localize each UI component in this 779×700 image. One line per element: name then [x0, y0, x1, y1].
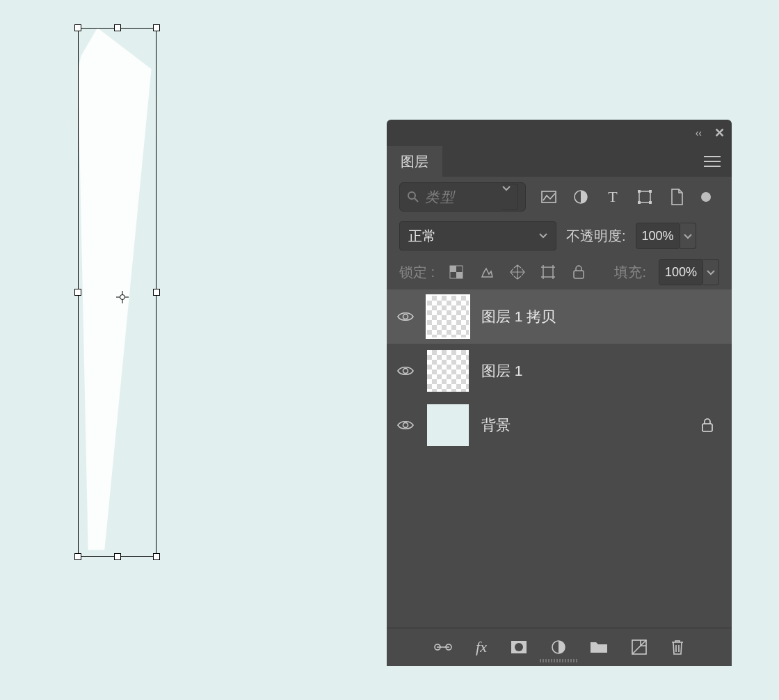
lock-all-icon[interactable]: [570, 263, 588, 281]
visibility-toggle[interactable]: [396, 362, 415, 380]
svg-point-21: [403, 369, 408, 374]
transform-bounding-box[interactable]: [78, 28, 156, 557]
layer-lock-icon[interactable]: [701, 418, 714, 432]
layer-filter-type-select[interactable]: 类型: [399, 182, 526, 212]
lock-image-icon[interactable]: [478, 263, 496, 281]
adjustment-layer-button[interactable]: [551, 639, 566, 655]
lock-artboard-icon[interactable]: [539, 263, 557, 281]
filter-shape-icon[interactable]: [636, 188, 654, 206]
svg-point-6: [408, 192, 415, 199]
trash-icon: [670, 639, 684, 655]
handle-middle-left[interactable]: [74, 289, 81, 296]
svg-point-1: [120, 295, 125, 300]
panel-resize-grip[interactable]: [540, 659, 579, 662]
chevron-down-icon: [707, 269, 715, 277]
svg-rect-16: [450, 266, 456, 272]
lock-label: 锁定 :: [399, 263, 435, 282]
opacity-label: 不透明度:: [566, 227, 626, 246]
layer-filter-row: 类型 T: [387, 177, 732, 217]
handle-top-left[interactable]: [74, 24, 81, 31]
eye-icon: [397, 365, 414, 376]
fill-label: 填充:: [614, 263, 646, 282]
layer-thumbnail[interactable]: [427, 296, 469, 337]
svg-rect-19: [574, 271, 584, 278]
handle-bottom-left[interactable]: [74, 553, 81, 560]
blend-opacity-row: 正常 不透明度: 100%: [387, 217, 732, 255]
handle-top-right[interactable]: [153, 24, 160, 31]
layer-name[interactable]: 图层 1: [481, 361, 523, 381]
tab-layers[interactable]: 图层: [387, 146, 442, 177]
layer-thumbnail[interactable]: [427, 350, 469, 392]
layer-name[interactable]: 背景: [481, 415, 511, 435]
adjustment-icon: [551, 639, 566, 655]
visibility-toggle[interactable]: [396, 308, 415, 326]
svg-point-27: [515, 643, 523, 651]
layer-row[interactable]: 图层 1: [387, 344, 732, 398]
link-icon: [434, 642, 452, 653]
layers-list: 图层 1 拷贝 图层 1 背景: [387, 289, 732, 628]
handle-bottom-center[interactable]: [114, 553, 121, 560]
filter-adjustment-icon[interactable]: [572, 188, 590, 206]
layer-row[interactable]: 背景: [387, 398, 732, 452]
svg-rect-18: [543, 267, 553, 277]
handle-bottom-right[interactable]: [153, 553, 160, 560]
panel-menu-button[interactable]: [704, 146, 732, 177]
layer-thumbnail[interactable]: [427, 404, 469, 446]
new-layer-icon: [632, 639, 647, 655]
panel-tabs: 图层: [387, 146, 732, 177]
lock-position-icon[interactable]: [508, 263, 527, 281]
panel-body: 类型 T 正常 不透明度: 100% 锁定 :: [387, 177, 732, 628]
lock-icon: [701, 418, 714, 432]
svg-rect-14: [649, 201, 652, 204]
svg-rect-13: [638, 201, 641, 204]
new-layer-button[interactable]: [632, 639, 647, 655]
mask-icon: [511, 640, 527, 654]
svg-rect-23: [702, 424, 712, 431]
lock-row: 锁定 : 填充: 100%: [387, 255, 732, 289]
blend-mode-value: 正常: [408, 227, 436, 246]
filter-type-text-icon[interactable]: T: [604, 188, 622, 206]
svg-rect-17: [456, 272, 463, 278]
link-layers-button[interactable]: [434, 642, 452, 653]
handle-top-center[interactable]: [114, 24, 121, 31]
layer-name[interactable]: 图层 1 拷贝: [481, 307, 556, 326]
panel-titlebar: ‹‹ ✕: [387, 120, 732, 146]
svg-point-22: [403, 423, 408, 428]
layer-row[interactable]: 图层 1 拷贝: [387, 289, 732, 344]
svg-rect-12: [649, 190, 652, 193]
svg-line-7: [415, 198, 418, 202]
handle-middle-right[interactable]: [153, 289, 160, 296]
transform-pivot-icon[interactable]: [116, 291, 129, 303]
chevron-down-icon: [684, 232, 692, 241]
delete-layer-button[interactable]: [670, 639, 684, 655]
collapse-button[interactable]: ‹‹: [696, 127, 702, 138]
canvas-area[interactable]: [0, 0, 390, 700]
filter-smartobject-icon[interactable]: [668, 188, 686, 206]
folder-icon: [590, 640, 608, 654]
close-button[interactable]: ✕: [714, 125, 725, 141]
opacity-value[interactable]: 100%: [636, 223, 680, 249]
fill-value[interactable]: 100%: [659, 259, 703, 285]
tab-label: 图层: [401, 152, 428, 171]
chevron-down-icon: [539, 232, 547, 240]
add-mask-button[interactable]: [511, 640, 527, 654]
eye-icon: [397, 311, 414, 322]
layer-style-button[interactable]: fx: [476, 638, 487, 656]
filter-toggle-dot[interactable]: [701, 192, 711, 202]
fx-icon: fx: [476, 638, 487, 656]
eye-icon: [397, 420, 414, 431]
search-icon: [407, 191, 419, 203]
blend-mode-select[interactable]: 正常: [399, 221, 556, 250]
svg-point-20: [403, 315, 408, 319]
visibility-toggle[interactable]: [396, 416, 415, 434]
lock-transparent-icon[interactable]: [447, 263, 465, 281]
filter-pixel-icon[interactable]: [540, 188, 558, 206]
opacity-stepper[interactable]: [680, 223, 696, 249]
svg-rect-10: [639, 191, 650, 202]
filter-type-label: 类型: [425, 188, 456, 207]
fill-stepper[interactable]: [703, 259, 719, 285]
hamburger-icon: [704, 155, 721, 168]
chevron-down-icon: [502, 184, 518, 210]
new-group-button[interactable]: [590, 640, 608, 654]
layers-panel: ‹‹ ✕ 图层 类型 T 正常 不透明度:: [387, 120, 732, 665]
